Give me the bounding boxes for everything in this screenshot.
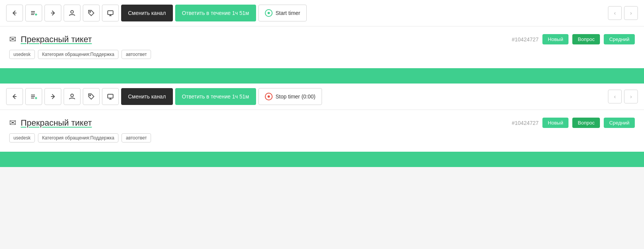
svg-rect-9	[108, 11, 113, 15]
timer-label-2: Stop timer (0:00)	[276, 93, 315, 100]
ticket-title-right-2: #10424727 Новый Вопрос Средний	[512, 118, 635, 128]
user-icon-2	[69, 93, 76, 100]
back-icon-2	[11, 93, 18, 100]
toolbar-1: Сменить канал Ответить в течение 1ч 51м …	[0, 0, 644, 26]
user-button-1[interactable]	[64, 5, 80, 21]
forward-button-2[interactable]	[44, 88, 61, 105]
tag-button-2[interactable]	[83, 88, 100, 105]
ticket-content-2: ✉ Прекрасный тикет #10424727 Новый Вопро…	[0, 110, 644, 152]
forward-icon-2	[49, 93, 56, 100]
timer-label-1: Start timer	[276, 10, 301, 16]
user-icon-1	[69, 10, 76, 16]
tag-usedesk-2[interactable]: usedesk	[9, 133, 35, 143]
list-add-button-1[interactable]	[25, 5, 42, 21]
nav-next-button-2[interactable]: ›	[624, 90, 638, 103]
ticket-title-right-1: #10424727 Новый Вопрос Средний	[512, 34, 635, 44]
ticket-title-1[interactable]: Прекрасный тикет	[21, 34, 92, 44]
svg-point-8	[90, 11, 90, 12]
ticket-tags-2: usedesk Категория обращения:Поддержка ав…	[9, 133, 635, 143]
ticket-tags-1: usedesk Категория обращения:Поддержка ав…	[9, 50, 635, 59]
ticket-title-left-1: ✉ Прекрасный тикет	[9, 34, 92, 44]
svg-rect-21	[108, 94, 113, 98]
back-icon-1	[11, 10, 18, 16]
monitor-button-1[interactable]	[102, 5, 119, 21]
monitor-icon-1	[107, 10, 114, 16]
user-button-2[interactable]	[64, 88, 80, 105]
forward-icon-1	[49, 10, 56, 16]
list-add-icon-1	[30, 10, 37, 16]
reply-time-button-2[interactable]: Ответить в течение 1ч 51м	[175, 88, 256, 105]
chevron-right-icon-2: ›	[630, 93, 632, 100]
badge-question-1[interactable]: Вопрос	[572, 34, 600, 44]
monitor-icon-2	[107, 93, 114, 100]
tag-autoreply-1[interactable]: автоответ	[122, 50, 151, 59]
tag-category-1[interactable]: Категория обращения:Поддержка	[38, 50, 119, 59]
ticket-title-2[interactable]: Прекрасный тикет	[21, 118, 92, 128]
mail-icon-1: ✉	[9, 34, 16, 44]
timer-stop-icon-2	[265, 93, 273, 100]
green-divider-1	[0, 68, 644, 84]
switch-channel-button-1[interactable]: Сменить канал	[121, 5, 173, 21]
monitor-button-2[interactable]	[102, 88, 119, 105]
badge-new-2[interactable]: Новый	[542, 118, 568, 128]
tag-icon-2	[88, 93, 95, 100]
tag-button-1[interactable]	[83, 5, 100, 21]
timer-start-icon-1	[265, 9, 273, 17]
list-add-button-2[interactable]	[25, 88, 42, 105]
mail-icon-2: ✉	[9, 118, 16, 128]
chevron-left-icon-1: ‹	[614, 10, 616, 16]
tag-autoreply-2[interactable]: автоответ	[122, 133, 151, 143]
stop-timer-button-2[interactable]: Stop timer (0:00)	[258, 88, 322, 105]
badge-medium-2[interactable]: Средний	[604, 118, 635, 128]
tag-icon-1	[88, 10, 95, 16]
start-timer-button-1[interactable]: Start timer	[258, 5, 307, 21]
chevron-right-icon-1: ›	[630, 10, 632, 16]
tag-usedesk-1[interactable]: usedesk	[9, 50, 35, 59]
badge-new-1[interactable]: Новый	[542, 34, 568, 44]
ticket-id-1: #10424727	[512, 36, 539, 43]
svg-point-19	[71, 94, 74, 97]
tag-category-2[interactable]: Категория обращения:Поддержка	[38, 133, 119, 143]
ticket-block-1: Сменить канал Ответить в течение 1ч 51м …	[0, 0, 644, 68]
switch-channel-button-2[interactable]: Сменить канал	[121, 88, 173, 105]
svg-point-20	[90, 95, 90, 96]
green-divider-2	[0, 152, 644, 167]
back-button-1[interactable]	[6, 5, 23, 21]
toolbar-2: Сменить канал Ответить в течение 1ч 51м …	[0, 84, 644, 110]
chevron-left-icon-2: ‹	[614, 93, 616, 100]
nav-prev-button-1[interactable]: ‹	[608, 6, 622, 20]
nav-prev-button-2[interactable]: ‹	[608, 90, 622, 103]
ticket-title-row-2: ✉ Прекрасный тикет #10424727 Новый Вопро…	[9, 118, 635, 128]
nav-next-button-1[interactable]: ›	[624, 6, 638, 20]
badge-question-2[interactable]: Вопрос	[572, 118, 600, 128]
reply-time-button-1[interactable]: Ответить в течение 1ч 51м	[175, 5, 256, 21]
svg-point-7	[71, 11, 74, 13]
ticket-id-2: #10424727	[512, 120, 539, 126]
badge-medium-1[interactable]: Средний	[604, 34, 635, 44]
ticket-title-row-1: ✉ Прекрасный тикет #10424727 Новый Вопро…	[9, 34, 635, 44]
ticket-content-1: ✉ Прекрасный тикет #10424727 Новый Вопро…	[0, 26, 644, 68]
ticket-block-2: Сменить канал Ответить в течение 1ч 51м …	[0, 84, 644, 152]
forward-button-1[interactable]	[44, 5, 61, 21]
ticket-title-left-2: ✉ Прекрасный тикет	[9, 118, 92, 128]
back-button-2[interactable]	[6, 88, 23, 105]
list-add-icon-2	[30, 93, 37, 100]
